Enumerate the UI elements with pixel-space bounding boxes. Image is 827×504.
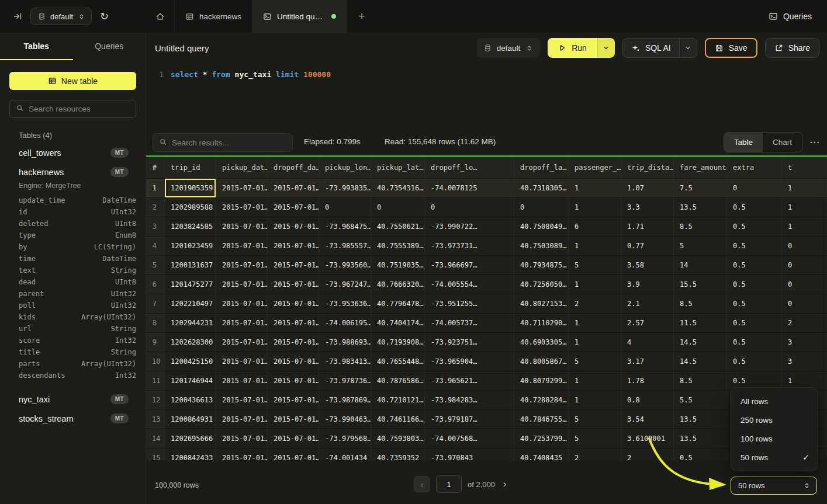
data-cell[interactable]: 13.5 <box>674 410 727 429</box>
data-cell[interactable]: 2 <box>569 449 621 460</box>
data-cell[interactable]: 1.07 <box>621 179 674 198</box>
new-tab-button[interactable]: + <box>347 0 376 33</box>
data-cell[interactable]: 2015-07-01… <box>216 314 268 333</box>
data-cell[interactable]: 40.8079299… <box>514 371 569 391</box>
data-cell[interactable]: 2015-07-01… <box>216 179 268 198</box>
data-cell[interactable]: 5 <box>674 237 727 256</box>
data-cell[interactable]: 1.71 <box>621 217 674 237</box>
data-cell[interactable]: 1201023459 <box>165 237 216 256</box>
page-number-input[interactable] <box>436 475 462 493</box>
data-cell[interactable]: 7.5 <box>674 179 727 198</box>
data-cell[interactable]: 40.7461166… <box>371 410 425 429</box>
sidebar-tab-queries[interactable]: Queries <box>73 33 146 60</box>
data-cell[interactable]: 1 <box>569 198 621 217</box>
sidebar-tab-tables[interactable]: Tables <box>0 33 73 60</box>
schema-column[interactable]: deadUInt8 <box>0 276 146 288</box>
data-cell[interactable]: -73.967247… <box>319 275 371 294</box>
data-cell[interactable]: 14.5 <box>674 352 727 371</box>
data-cell[interactable]: -73.987869… <box>319 391 371 410</box>
data-cell[interactable]: 11.5 <box>674 314 727 333</box>
share-button[interactable]: Share <box>765 38 819 58</box>
data-cell[interactable]: -73.985557… <box>319 237 371 256</box>
data-cell[interactable]: 0.5 <box>727 294 782 314</box>
data-cell[interactable]: 13.5 <box>674 429 727 449</box>
data-cell[interactable]: -73.993560… <box>319 256 371 275</box>
data-cell[interactable]: -74.0078125 <box>425 179 514 198</box>
data-cell[interactable]: 0.5 <box>727 275 782 294</box>
data-cell[interactable]: 1202695666 <box>165 429 216 449</box>
next-page-button[interactable]: › <box>501 479 508 489</box>
data-cell[interactable]: 2015-07-01… <box>268 410 319 429</box>
tab-hackernews[interactable]: hackernews <box>175 0 252 33</box>
data-cell[interactable]: 2 <box>782 314 827 333</box>
data-cell[interactable]: 3 <box>782 333 827 352</box>
data-cell[interactable]: 40.7934875… <box>514 256 569 275</box>
data-cell[interactable]: 2015-07-01… <box>268 333 319 352</box>
data-cell[interactable]: 40.7288284… <box>514 391 569 410</box>
header-cell[interactable]: pickup_lat… <box>371 157 425 179</box>
data-cell[interactable]: 0.77 <box>621 237 674 256</box>
data-cell[interactable]: 3.54 <box>621 410 674 429</box>
data-cell[interactable]: 0 <box>782 256 827 275</box>
data-cell[interactable]: 40.7519035… <box>371 256 425 275</box>
header-cell[interactable]: fare_amount <box>674 157 727 179</box>
data-cell[interactable]: 40.7593803… <box>371 429 425 449</box>
data-cell[interactable]: 0 <box>782 237 827 256</box>
data-cell[interactable]: 1 <box>569 314 621 333</box>
data-cell[interactable]: 2015-07-01… <box>216 198 268 217</box>
data-cell[interactable]: 5 <box>569 352 621 371</box>
data-cell[interactable]: 40.7193908… <box>371 333 425 352</box>
data-cell[interactable]: 3.58 <box>621 256 674 275</box>
save-button[interactable]: Save <box>705 38 757 58</box>
data-cell[interactable]: 5 <box>569 256 621 275</box>
schema-column[interactable]: typeEnum8 <box>0 230 146 241</box>
data-cell[interactable]: 40.7210121… <box>371 391 425 410</box>
data-cell[interactable]: 40.7318305… <box>514 179 569 198</box>
data-cell[interactable]: 2015-07-01… <box>216 217 268 237</box>
data-cell[interactable]: -73.965621… <box>425 371 514 391</box>
data-cell[interactable]: 0.8 <box>621 391 674 410</box>
data-cell[interactable]: 2015-07-01… <box>216 237 268 256</box>
sql-ai-options-button[interactable] <box>679 39 697 57</box>
data-cell[interactable]: 0.5 <box>727 352 782 371</box>
row-number-cell[interactable]: 1 <box>146 179 165 198</box>
data-cell[interactable]: 1 <box>569 237 621 256</box>
data-cell[interactable]: 2 <box>621 449 674 460</box>
data-cell[interactable]: 1200436613 <box>165 391 216 410</box>
data-cell[interactable]: 40.7110290… <box>514 314 569 333</box>
data-cell[interactable]: 1202944231 <box>165 314 216 333</box>
schema-column[interactable]: urlString <box>0 323 146 335</box>
data-cell[interactable]: 2015-07-01… <box>268 217 319 237</box>
run-button[interactable]: Run <box>548 38 597 58</box>
refresh-button[interactable]: ↻ <box>100 11 109 22</box>
header-cell[interactable]: passenger_… <box>569 157 621 179</box>
view-toggle-table[interactable]: Table <box>724 133 763 152</box>
row-number-cell[interactable]: 7 <box>146 294 165 314</box>
header-cell[interactable]: pickup_dat… <box>216 157 268 179</box>
data-cell[interactable]: 0.5 <box>727 217 782 237</box>
data-cell[interactable]: -73.923751… <box>425 333 514 352</box>
new-table-button[interactable]: New table <box>9 72 136 90</box>
data-cell[interactable]: 2015-07-01… <box>216 352 268 371</box>
data-cell[interactable]: 2015-07-01… <box>216 410 268 429</box>
data-cell[interactable]: 40.7508049… <box>514 217 569 237</box>
row-number-cell[interactable]: 6 <box>146 275 165 294</box>
data-cell[interactable]: -73.984283… <box>425 391 514 410</box>
row-number-cell[interactable]: 12 <box>146 391 165 410</box>
data-cell[interactable]: 3.17 <box>621 352 674 371</box>
data-cell[interactable]: 0 <box>371 198 425 217</box>
row-count-option[interactable]: All rows <box>731 392 818 411</box>
header-cell[interactable]: dropoff_da… <box>268 157 319 179</box>
data-cell[interactable]: -74.001434 <box>319 449 371 460</box>
schema-column[interactable]: partsArray(UInt32) <box>0 358 146 370</box>
data-cell[interactable]: 40.7876586… <box>371 371 425 391</box>
row-count-option[interactable]: 100 rows <box>731 429 818 448</box>
data-cell[interactable]: 0.5 <box>727 237 782 256</box>
data-cell[interactable]: 1201905359 <box>165 179 216 198</box>
schema-column[interactable]: update_timeDateTime <box>0 194 146 206</box>
sidebar-search-input[interactable] <box>29 105 130 113</box>
table-item-cell-towers[interactable]: cell_towers MT <box>0 143 146 162</box>
data-cell[interactable]: 1203824585 <box>165 217 216 237</box>
data-cell[interactable]: 1 <box>569 333 621 352</box>
data-cell[interactable]: 8.5 <box>674 371 727 391</box>
